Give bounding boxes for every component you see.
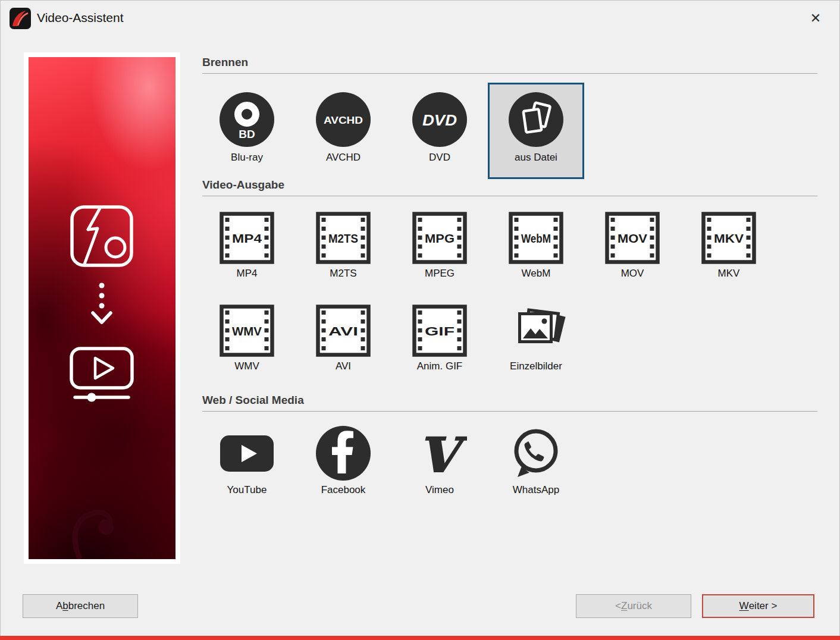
social-item-youtube[interactable]: YouTube (199, 426, 295, 496)
svg-text:M2TS: M2TS (328, 232, 358, 245)
svg-text:MOV: MOV (618, 232, 647, 245)
media-import-icon (72, 207, 131, 265)
whatsapp-icon (509, 426, 563, 481)
social-item-whatsapp[interactable]: WhatsApp (488, 426, 584, 496)
filmstrip-icon: MKV (701, 212, 756, 264)
format-label: WebM (522, 268, 551, 280)
preview-panel (24, 52, 180, 564)
section-title-brennen: Brennen (202, 56, 817, 74)
format-label: Anim. GIF (417, 360, 463, 372)
filmstrip-icon: MOV (605, 212, 660, 264)
preview-overlay (29, 57, 175, 559)
vimeo-icon: v (412, 426, 467, 481)
social-label: Vimeo (425, 484, 454, 496)
svg-text:DVD: DVD (422, 111, 457, 129)
cancel-label: A (56, 600, 62, 612)
next-button[interactable]: Weiter > (702, 594, 814, 618)
titlebar: Video-Assistent ✕ (0, 0, 840, 37)
format-item-mov[interactable]: MOV MOV (584, 212, 681, 280)
format-item-mpeg[interactable]: MPG MPEG (391, 212, 488, 280)
social-row: YouTube Facebook v Vimeo WhatsApp (199, 426, 584, 496)
flower-stem-shape (75, 513, 114, 559)
video-format-row-1: MP4 MP4 M2TS M2TS MPG MPEG WebM WebM MOV… (199, 212, 777, 280)
close-icon[interactable]: ✕ (805, 8, 826, 29)
filmstrip-icon: MPG (412, 212, 467, 264)
filmstrip-icon: AVI (316, 305, 371, 357)
svg-text:MP4: MP4 (232, 232, 262, 245)
youtube-icon (220, 426, 274, 481)
format-item-mp4[interactable]: MP4 MP4 (199, 212, 295, 280)
file-icon (509, 92, 563, 147)
burn-options-row: BD Blu-ray AVCHD AVCHD DVD DVD aus Datei (199, 83, 584, 179)
dotted-arrow-down-icon (93, 283, 111, 323)
burn-item-bluray[interactable]: BD Blu-ray (199, 83, 295, 179)
format-label: M2TS (330, 268, 356, 280)
social-label: WhatsApp (513, 484, 559, 496)
social-item-facebook[interactable]: Facebook (295, 426, 391, 496)
back-label: < (615, 600, 621, 612)
filmstrip-icon: GIF (412, 305, 467, 357)
facebook-icon (316, 426, 371, 481)
bottom-accent-bar (0, 636, 840, 640)
burn-item-avchd[interactable]: AVCHD AVCHD (295, 83, 391, 179)
social-item-vimeo[interactable]: v Vimeo (391, 426, 488, 496)
back-button[interactable]: < Zurück (576, 594, 691, 618)
burn-item-label: Blu-ray (231, 152, 263, 164)
svg-text:WebM: WebM (521, 232, 551, 245)
video-player-icon (71, 349, 132, 402)
svg-text:MPG: MPG (425, 232, 455, 245)
format-label: MOV (621, 268, 644, 280)
format-label: WMV (234, 360, 259, 372)
burn-item-aus-datei[interactable]: aus Datei (488, 83, 584, 179)
section-title-web-social: Web / Social Media (202, 394, 817, 412)
svg-text:WMV: WMV (232, 325, 262, 338)
filmstrip-icon: WebM (509, 212, 563, 264)
svg-text:AVI: AVI (328, 325, 358, 338)
avchd-icon: AVCHD (316, 92, 371, 147)
dvd-icon: DVD (412, 92, 467, 147)
format-item-m2ts[interactable]: M2TS M2TS (295, 212, 391, 280)
section-title-video-ausgabe: Video-Ausgabe (202, 178, 817, 196)
filmstrip-icon: MP4 (220, 212, 274, 264)
format-item-avi[interactable]: AVI AVI (295, 305, 391, 372)
format-label: MP4 (237, 268, 258, 280)
format-item-einzelbilder[interactable]: Einzelbilder (488, 305, 584, 372)
burn-item-label: aus Datei (515, 152, 557, 164)
social-label: Facebook (321, 484, 366, 496)
filmstrip-icon: WMV (220, 305, 274, 357)
format-item-wmv[interactable]: WMV WMV (199, 305, 295, 372)
video-format-row-2: WMV WMV AVI AVI GIF Anim. GIF Einzelbild… (199, 305, 584, 372)
svg-text:v: v (418, 426, 467, 481)
format-label: MKV (718, 268, 740, 280)
format-item-anim-gif[interactable]: GIF Anim. GIF (391, 305, 488, 372)
format-label: MPEG (425, 268, 455, 280)
burn-item-label: AVCHD (326, 152, 361, 164)
format-item-webm[interactable]: WebM WebM (488, 212, 584, 280)
svg-text:GIF: GIF (425, 325, 455, 338)
svg-text:MKV: MKV (714, 232, 744, 245)
filmstrip-icon: M2TS (316, 212, 371, 264)
bluray-disc-icon: BD (220, 92, 274, 147)
svg-text:BD: BD (239, 128, 255, 140)
social-label: YouTube (227, 484, 267, 496)
format-item-mkv[interactable]: MKV MKV (681, 212, 777, 280)
burn-item-dvd[interactable]: DVD DVD (391, 83, 488, 179)
cancel-button[interactable]: Abbrechen (23, 594, 138, 618)
format-label: AVI (336, 360, 351, 372)
photo-stack-icon (505, 305, 567, 357)
window-title: Video-Assistent (37, 11, 124, 25)
app-icon (10, 8, 31, 29)
burn-item-label: DVD (429, 152, 450, 164)
svg-text:AVCHD: AVCHD (324, 115, 363, 126)
format-label: Einzelbilder (510, 360, 562, 372)
